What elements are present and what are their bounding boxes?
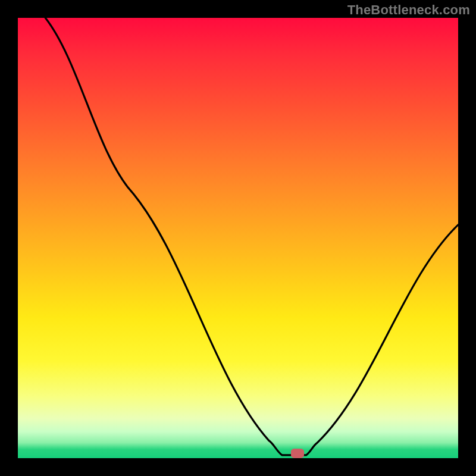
bottleneck-curve [18, 18, 458, 458]
plot-area [18, 18, 458, 458]
optimal-marker [291, 449, 304, 458]
chart-frame: TheBottleneck.com [0, 0, 476, 476]
curve-path [45, 18, 458, 455]
watermark-text: TheBottleneck.com [347, 2, 470, 18]
